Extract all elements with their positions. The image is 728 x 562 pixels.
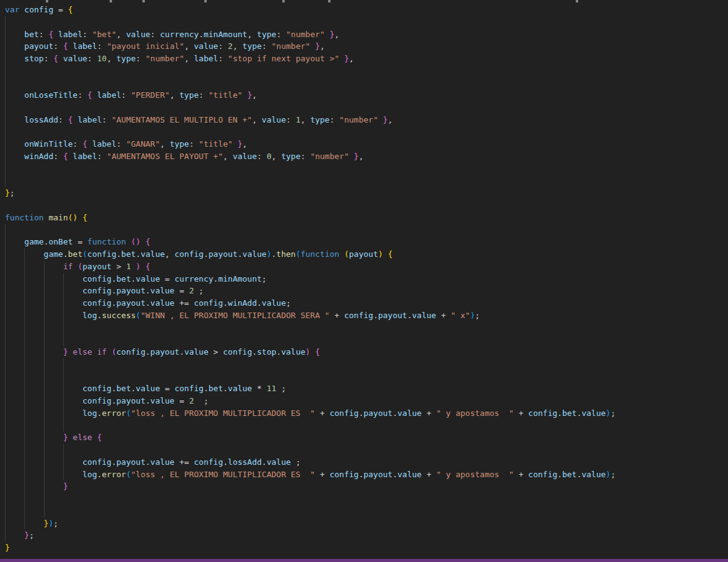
- code-token[interactable]: }: [5, 188, 10, 197]
- code-token[interactable]: [339, 249, 344, 259]
- code-token[interactable]: ,: [247, 30, 257, 39]
- code-token[interactable]: 1: [126, 262, 131, 271]
- code-token[interactable]: onLoseTitle: [5, 90, 77, 100]
- code-token[interactable]: ,: [243, 139, 248, 149]
- code-token[interactable]: >: [209, 347, 223, 357]
- code-token[interactable]: config: [116, 347, 145, 357]
- code-token[interactable]: .: [116, 249, 121, 259]
- code-token[interactable]: .: [97, 311, 102, 320]
- code-token[interactable]: :: [189, 139, 199, 149]
- code-token[interactable]: :: [150, 30, 160, 39]
- code-token[interactable]: ,: [165, 249, 175, 259]
- code-line[interactable]: } else {: [5, 431, 102, 444]
- code-token[interactable]: config: [528, 470, 557, 479]
- code-token[interactable]: "number": [339, 115, 378, 124]
- code-line[interactable]: config.bet.value = config.bet.value * 11…: [5, 383, 286, 395]
- code-token[interactable]: payout: [349, 249, 378, 259]
- code-token[interactable]: +: [422, 409, 436, 418]
- code-token[interactable]: :: [53, 41, 63, 51]
- code-token[interactable]: .: [111, 286, 116, 295]
- code-line[interactable]: onLoseTitle: { label: "PERDER", type: "t…: [5, 89, 257, 102]
- code-line[interactable]: config.payout.value = 2 ;: [5, 395, 209, 407]
- code-token[interactable]: :: [97, 41, 107, 51]
- code-token[interactable]: config: [194, 457, 223, 467]
- code-token[interactable]: label: [73, 41, 97, 51]
- code-token[interactable]: if: [5, 262, 73, 271]
- code-line[interactable]: stop: { value: 10, type: "number", label…: [5, 53, 354, 65]
- code-token[interactable]: {: [315, 347, 320, 357]
- code-token[interactable]: main: [48, 213, 67, 222]
- code-token[interactable]: +: [315, 409, 329, 418]
- code-token[interactable]: value: [150, 457, 175, 467]
- code-token[interactable]: error: [102, 409, 126, 418]
- code-token[interactable]: value: [228, 384, 252, 393]
- code-token[interactable]: .: [97, 470, 102, 479]
- code-line[interactable]: log.error("loss , EL PROXIMO MULTIPLICAD…: [5, 407, 615, 420]
- code-token[interactable]: [233, 139, 238, 149]
- code-token[interactable]: :: [136, 54, 145, 63]
- code-token[interactable]: [349, 152, 354, 161]
- code-token[interactable]: =: [73, 237, 87, 246]
- code-line[interactable]: }: [5, 542, 10, 554]
- code-token[interactable]: [126, 237, 131, 246]
- code-token[interactable]: (: [296, 249, 301, 259]
- code-token[interactable]: value: [412, 311, 436, 320]
- code-token[interactable]: ;: [194, 286, 204, 295]
- code-token[interactable]: payout: [116, 457, 145, 467]
- code-token[interactable]: .: [238, 249, 243, 259]
- code-token[interactable]: [339, 54, 344, 63]
- code-token[interactable]: .: [223, 457, 228, 467]
- code-token[interactable]: config: [528, 409, 557, 418]
- code-token[interactable]: =: [160, 384, 174, 393]
- code-token[interactable]: ;: [291, 457, 301, 467]
- code-token[interactable]: ;: [29, 530, 34, 540]
- code-token[interactable]: value: [281, 347, 305, 357]
- code-token[interactable]: }: [238, 139, 243, 149]
- code-token[interactable]: [92, 90, 97, 100]
- code-token[interactable]: :: [58, 115, 68, 124]
- code-token[interactable]: .: [199, 30, 204, 39]
- code-token[interactable]: " y apostamos ": [436, 470, 514, 479]
- code-token[interactable]: (: [136, 311, 141, 320]
- code-token[interactable]: ,: [233, 41, 243, 51]
- code-token[interactable]: currency: [160, 30, 199, 39]
- code-token[interactable]: .: [111, 457, 116, 467]
- code-token[interactable]: bet: [209, 384, 223, 393]
- code-token[interactable]: value: [184, 347, 209, 357]
- code-token[interactable]: .: [111, 384, 116, 393]
- code-token[interactable]: 0: [267, 152, 272, 161]
- code-token[interactable]: }: [315, 41, 320, 51]
- code-token[interactable]: value: [397, 409, 422, 418]
- code-line[interactable]: var config = {: [5, 4, 73, 16]
- code-token[interactable]: :: [82, 30, 92, 39]
- code-token[interactable]: .: [252, 347, 257, 357]
- code-token[interactable]: }: [5, 530, 29, 540]
- code-token[interactable]: +: [315, 470, 329, 479]
- code-token[interactable]: ;: [10, 188, 15, 197]
- code-line[interactable]: });: [5, 517, 58, 530]
- code-token[interactable]: (: [82, 249, 87, 259]
- code-token[interactable]: config: [5, 274, 111, 283]
- code-token[interactable]: {: [87, 90, 92, 100]
- code-token[interactable]: >: [111, 262, 126, 271]
- code-token[interactable]: :: [102, 115, 112, 124]
- code-token[interactable]: (): [131, 237, 141, 246]
- code-token[interactable]: }: [5, 433, 68, 442]
- code-token[interactable]: value: [581, 470, 605, 479]
- code-token[interactable]: .: [204, 249, 209, 259]
- code-token[interactable]: }: [5, 519, 48, 528]
- code-token[interactable]: ,: [184, 41, 194, 51]
- code-token[interactable]: {: [82, 139, 87, 149]
- code-token[interactable]: log: [5, 311, 97, 320]
- code-token[interactable]: config: [223, 347, 252, 357]
- code-token[interactable]: .: [145, 298, 150, 308]
- code-token[interactable]: {: [97, 433, 102, 442]
- code-token[interactable]: function: [87, 237, 126, 246]
- code-token[interactable]: label: [97, 90, 121, 100]
- code-line[interactable]: function main() {: [5, 212, 87, 224]
- code-token[interactable]: ,: [160, 139, 170, 149]
- code-token[interactable]: else: [73, 433, 92, 442]
- code-token[interactable]: if: [97, 347, 107, 357]
- code-token[interactable]: payout: [378, 311, 407, 320]
- code-token[interactable]: :: [39, 30, 49, 39]
